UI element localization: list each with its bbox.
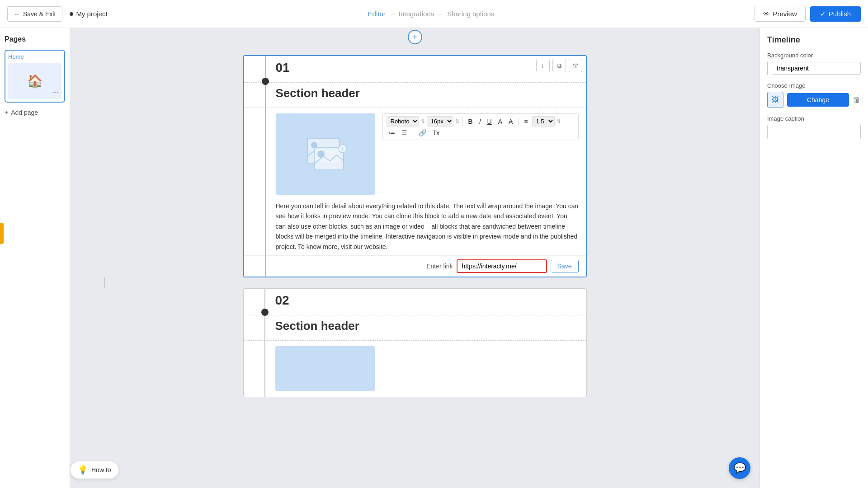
- download-block-button[interactable]: ↓: [536, 59, 550, 72]
- separator-1: [462, 117, 463, 126]
- section-header-area: Section header: [244, 83, 586, 108]
- timeline-dot-1: [262, 78, 269, 85]
- italic-button[interactable]: I: [477, 117, 483, 126]
- timeline-line-1: [265, 56, 266, 277]
- lh-arrows-icon: ⇅: [557, 118, 561, 124]
- block-body-area: ✦ ✦ ✦ + Rob: [244, 108, 586, 255]
- image-caption-label: Image caption: [767, 115, 861, 122]
- add-page-label: Add page: [11, 109, 38, 116]
- preview-button[interactable]: 👁 Preview: [755, 6, 805, 22]
- section-number-2[interactable]: 02: [275, 293, 579, 308]
- link-save-button[interactable]: Save: [551, 260, 579, 272]
- image-caption-input[interactable]: [767, 125, 861, 139]
- image-icon: 🖼: [772, 96, 779, 104]
- font-arrows-icon: ⇅: [421, 118, 425, 124]
- home-icon: 🏠: [27, 74, 43, 89]
- underline-button[interactable]: U: [485, 117, 494, 126]
- add-block-top-button[interactable]: +: [408, 30, 422, 44]
- page-options-icon[interactable]: ···: [52, 88, 59, 97]
- unordered-list-button[interactable]: ☰: [399, 128, 410, 137]
- timeline-block-1: ↓ ⧉ 🗑 01 Section header: [243, 55, 587, 277]
- chat-button[interactable]: 💬: [729, 457, 750, 479]
- arrow-left-icon: ←: [14, 10, 20, 18]
- project-name: My project: [70, 10, 107, 18]
- top-navigation: ← Save & Exit My project Editor → Integr…: [0, 0, 868, 28]
- text-highlight-button[interactable]: A: [506, 117, 515, 126]
- timeline-dot-2: [261, 309, 269, 316]
- plus-icon: +: [5, 109, 8, 116]
- step-integrations[interactable]: Integrations: [399, 10, 434, 18]
- delete-image-button[interactable]: 🗑: [853, 95, 861, 105]
- section-number-area-2: 02: [244, 289, 586, 315]
- right-panel: Timeline Background color Choose Image 🖼…: [760, 28, 868, 488]
- panel-title: Timeline: [767, 35, 861, 45]
- separator-2: [518, 117, 519, 126]
- font-family-select[interactable]: Roboto: [387, 116, 419, 127]
- step-sharing[interactable]: Sharing options: [447, 10, 494, 18]
- clear-format-button[interactable]: Tx: [430, 128, 442, 137]
- arrow-icon-1: →: [389, 10, 395, 17]
- line-height-select[interactable]: 1.5: [532, 116, 555, 127]
- image-thumb-button[interactable]: 🖼: [767, 92, 783, 108]
- separator-4: [413, 129, 413, 137]
- bg-color-input[interactable]: [772, 62, 861, 75]
- link-button[interactable]: 🔗: [416, 128, 429, 137]
- chat-icon: 💬: [734, 462, 746, 474]
- arrow-icon-2: →: [438, 10, 443, 17]
- editor-canvas: + ↓ ⧉ 🗑 01 Section header: [70, 28, 760, 488]
- pages-sidebar: Pages Home 🏠 ··· + Add page: [0, 28, 70, 488]
- section-header-1[interactable]: Section header: [276, 86, 579, 104]
- enter-link-label: Enter link: [426, 263, 453, 270]
- copy-block-button[interactable]: ⧉: [552, 59, 566, 72]
- separator-3: [564, 117, 564, 126]
- change-image-button[interactable]: Change: [787, 93, 849, 107]
- section-header-area-2: Section header: [244, 315, 586, 341]
- delete-block-button[interactable]: 🗑: [569, 59, 582, 72]
- page-card-thumbnail: 🏠 ···: [8, 63, 61, 99]
- add-block-top-area: +: [243, 37, 587, 52]
- timeline-block-2: 02 Section header: [243, 288, 587, 397]
- main-layout: Pages Home 🏠 ··· + Add page +: [0, 28, 868, 488]
- svg-text:✦: ✦: [337, 136, 340, 141]
- font-size-select[interactable]: 16px: [427, 116, 453, 127]
- section-body-text-1[interactable]: Here you can tell in detail about everyt…: [276, 201, 579, 252]
- svg-text:✦: ✦: [305, 136, 309, 141]
- text-format-bar: Roboto ⇅ 16px ⇅ B I U A A ≡ 1.: [382, 113, 579, 140]
- size-arrows-icon: ⇅: [455, 118, 459, 124]
- section-image-1[interactable]: ✦ ✦ ✦ +: [276, 113, 375, 195]
- align-button[interactable]: ≡: [522, 117, 530, 126]
- enter-link-row: Enter link Save: [244, 255, 586, 277]
- section-number-area: 01: [244, 56, 586, 83]
- bg-color-label: Background color: [767, 52, 861, 59]
- section-header-2[interactable]: Section header: [275, 319, 579, 337]
- enter-link-input[interactable]: [457, 259, 547, 273]
- ordered-list-button[interactable]: ≔: [387, 128, 397, 137]
- timeline-line-2: [264, 289, 265, 397]
- feedback-tab[interactable]: Feedback: [0, 223, 4, 244]
- save-exit-label: Save & Exit: [23, 10, 56, 18]
- save-exit-button[interactable]: ← Save & Exit: [7, 6, 62, 22]
- page-card-label: Home: [8, 53, 61, 60]
- text-color-button[interactable]: A: [496, 117, 505, 126]
- pages-title: Pages: [5, 35, 65, 43]
- block-body-area-2: [244, 341, 586, 397]
- page-card-home[interactable]: Home 🏠 ···: [5, 50, 65, 103]
- lightbulb-icon: 💡: [78, 465, 88, 475]
- nav-right-actions: 👁 Preview ✓ Publish: [755, 6, 861, 22]
- workflow-steps: Editor → Integrations → Sharing options: [111, 10, 751, 18]
- check-icon: ✓: [820, 10, 826, 18]
- publish-label: Publish: [829, 10, 851, 18]
- bg-color-row: [767, 61, 861, 75]
- color-swatch[interactable]: [767, 61, 768, 75]
- add-page-button[interactable]: + Add page: [5, 109, 65, 116]
- bold-button[interactable]: B: [466, 117, 475, 126]
- how-to-button[interactable]: 💡 How to: [70, 461, 119, 479]
- how-to-label: How to: [91, 466, 111, 474]
- section-number-1[interactable]: 01: [276, 61, 579, 75]
- publish-button[interactable]: ✓ Publish: [810, 6, 861, 22]
- section-image-2[interactable]: [275, 346, 375, 391]
- step-editor[interactable]: Editor: [368, 10, 386, 18]
- image-placeholder-svg: ✦ ✦ ✦ +: [298, 131, 353, 177]
- project-dot-icon: [70, 12, 73, 16]
- preview-label: Preview: [773, 10, 797, 18]
